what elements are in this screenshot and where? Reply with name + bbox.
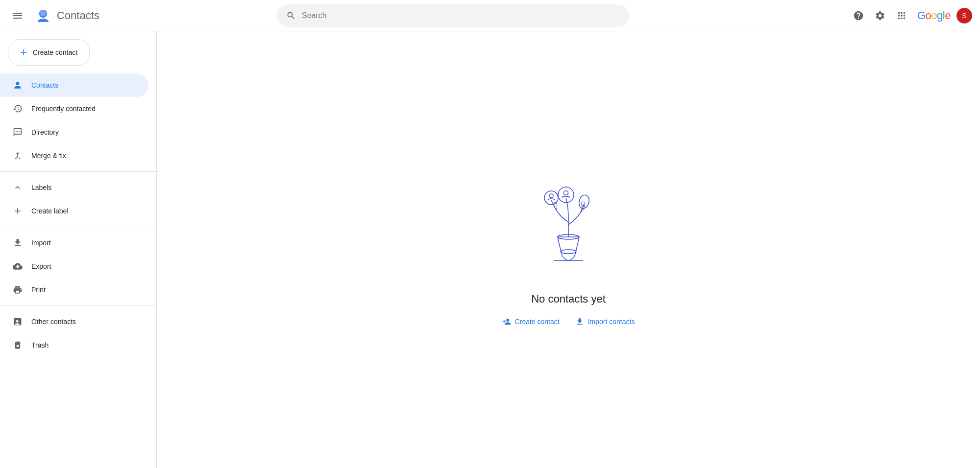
person-add-icon	[502, 317, 511, 326]
sidebar-item-frequently-contacted[interactable]: Frequently contacted	[0, 97, 148, 120]
grid-apps-icon	[896, 10, 907, 21]
svg-point-2	[40, 10, 46, 16]
sidebar-item-import-label: Import	[31, 239, 51, 247]
create-contact-button[interactable]: + Create contact	[8, 39, 90, 66]
header: Contacts Google S	[0, 0, 980, 31]
empty-import-contacts-label: Import contacts	[588, 318, 635, 326]
sidebar-item-other-contacts[interactable]: Other contacts	[0, 310, 148, 333]
svg-point-9	[549, 194, 553, 198]
search-input[interactable]	[302, 11, 619, 20]
svg-point-3	[561, 250, 576, 254]
person-box-icon	[12, 317, 24, 327]
empty-import-contacts-link[interactable]: Import contacts	[575, 317, 635, 326]
svg-point-11	[581, 202, 585, 206]
import-icon	[575, 317, 584, 326]
app-title: Contacts	[57, 9, 99, 22]
search-container	[276, 4, 629, 27]
divider-3	[0, 305, 156, 306]
sidebar-item-other-contacts-label: Other contacts	[31, 318, 76, 326]
empty-create-contact-link[interactable]: Create contact	[502, 317, 560, 326]
empty-actions: Create contact Import contacts	[502, 317, 635, 326]
trash-icon	[12, 340, 24, 350]
body: + Create contact Contacts Frequently con…	[0, 31, 980, 468]
upload-icon	[12, 238, 24, 248]
sidebar-item-directory[interactable]: Directory	[0, 120, 148, 144]
sidebar-item-trash[interactable]: Trash	[0, 333, 148, 357]
plus-icon	[12, 206, 24, 216]
sidebar-item-export-label: Export	[31, 262, 51, 270]
sidebar: + Create contact Contacts Frequently con…	[0, 31, 157, 468]
create-contact-label: Create contact	[33, 48, 77, 56]
header-left: Contacts	[8, 6, 165, 25]
sidebar-item-directory-label: Directory	[31, 128, 59, 136]
help-icon	[853, 10, 864, 21]
sidebar-item-frequently-contacted-label: Frequently contacted	[31, 105, 96, 113]
search-icon	[286, 11, 296, 21]
history-icon	[12, 104, 24, 114]
svg-point-7	[564, 191, 568, 195]
apps-button[interactable]	[892, 6, 911, 25]
empty-illustration	[519, 173, 617, 281]
avatar[interactable]: S	[956, 8, 972, 23]
settings-button[interactable]	[870, 6, 890, 25]
google-logo: Google	[917, 9, 951, 22]
app-logo: Contacts	[33, 6, 99, 25]
search-bar[interactable]	[276, 4, 629, 27]
header-right: Google S	[849, 6, 972, 25]
menu-icon	[12, 10, 24, 22]
sidebar-item-print-label: Print	[31, 286, 46, 294]
sidebar-item-contacts-label: Contacts	[31, 81, 58, 89]
person-icon	[12, 80, 24, 90]
sidebar-item-export[interactable]: Export	[0, 255, 148, 278]
sidebar-item-print[interactable]: Print	[0, 278, 148, 302]
plus-multicolor-icon: +	[20, 47, 27, 58]
main-content: No contacts yet Create contact Import co…	[157, 31, 980, 468]
create-label-label: Create label	[31, 207, 69, 215]
contacts-logo-icon	[33, 6, 53, 25]
sidebar-item-create-label[interactable]: Create label	[0, 199, 148, 223]
labels-header-label: Labels	[31, 184, 51, 191]
cloud-upload-icon	[12, 261, 24, 271]
help-button[interactable]	[849, 6, 868, 25]
gear-icon	[875, 10, 885, 21]
print-icon	[12, 285, 24, 295]
empty-create-contact-label: Create contact	[515, 318, 560, 326]
divider-2	[0, 227, 156, 227]
sidebar-item-trash-label: Trash	[31, 341, 49, 349]
empty-state: No contacts yet Create contact Import co…	[502, 173, 635, 326]
sidebar-item-merge-fix-label: Merge & fix	[31, 152, 66, 160]
merge-icon	[12, 151, 24, 161]
sidebar-item-contacts[interactable]: Contacts	[0, 73, 148, 97]
sidebar-item-import[interactable]: Import	[0, 231, 148, 255]
labels-header[interactable]: Labels	[0, 176, 156, 199]
empty-title: No contacts yet	[531, 293, 606, 305]
divider-1	[0, 171, 156, 172]
directory-icon	[12, 127, 24, 137]
menu-button[interactable]	[8, 6, 27, 25]
chevron-up-icon	[12, 183, 24, 192]
sidebar-item-merge-fix[interactable]: Merge & fix	[0, 144, 148, 167]
